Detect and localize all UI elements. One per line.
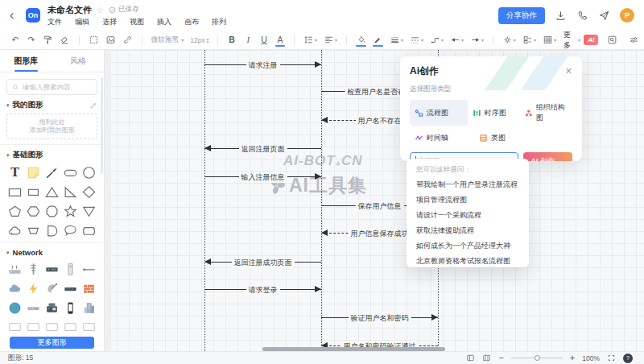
suggestion-item-5[interactable]: 北京教师资格考试报名流程图 bbox=[416, 254, 519, 269]
fullscreen-icon[interactable] bbox=[607, 354, 616, 362]
line-style-button[interactable]: ▾ bbox=[407, 33, 426, 47]
menu-item-2[interactable]: 选择 bbox=[102, 17, 117, 27]
shape-rounded-rectangle[interactable] bbox=[80, 221, 98, 239]
align-objects-button[interactable]: ▾ bbox=[520, 33, 539, 47]
shape-cloud[interactable] bbox=[6, 221, 23, 239]
underline-button[interactable]: U bbox=[257, 33, 271, 47]
clear-format-button[interactable] bbox=[57, 33, 72, 47]
shape-screen[interactable] bbox=[24, 318, 42, 336]
my-shapes-header[interactable]: ▾ 我的图形 bbox=[6, 100, 97, 110]
shape-text[interactable]: T bbox=[6, 163, 23, 181]
insert-link-button[interactable] bbox=[120, 33, 135, 47]
minimap-icon[interactable] bbox=[482, 354, 491, 362]
font-color-button[interactable]: A bbox=[273, 33, 287, 47]
download-icon[interactable] bbox=[555, 10, 567, 22]
fill-color-button[interactable] bbox=[353, 33, 369, 47]
search-input[interactable] bbox=[23, 83, 92, 91]
shape-right-triangle[interactable] bbox=[62, 183, 80, 201]
menu-item-3[interactable]: 视图 bbox=[130, 17, 144, 27]
shape-pentagon[interactable] bbox=[6, 202, 23, 220]
shape-rectangle[interactable] bbox=[6, 183, 23, 201]
sidebar-tab-1[interactable]: 风格 bbox=[52, 50, 105, 72]
format-painter-button[interactable] bbox=[40, 33, 56, 47]
shape-triangle[interactable] bbox=[43, 183, 60, 201]
shape-pen[interactable] bbox=[43, 163, 60, 181]
diagram-type-flowchart[interactable]: 流程图 bbox=[410, 100, 468, 126]
shape-cable[interactable] bbox=[80, 260, 98, 278]
shape-hexagon[interactable] bbox=[24, 202, 42, 220]
shape-switch-hub[interactable] bbox=[24, 299, 42, 316]
suggestion-item-2[interactable]: 请设计一个采购流程 bbox=[416, 208, 519, 223]
shape-rectangle-2[interactable] bbox=[24, 183, 42, 201]
zoom-level[interactable]: 100% bbox=[582, 354, 600, 362]
page-layout-icon[interactable] bbox=[466, 354, 475, 362]
shape-net-cloud[interactable] bbox=[6, 279, 23, 297]
favorite-star-icon[interactable]: ☆ bbox=[97, 6, 104, 14]
size-stepper-icon[interactable]: ▴▾ bbox=[207, 37, 209, 43]
line-color-button[interactable] bbox=[370, 33, 386, 47]
bold-button[interactable]: B bbox=[225, 33, 239, 47]
menu-item-4[interactable]: 插入 bbox=[157, 17, 171, 27]
sidebar-tab-0[interactable]: 图形库 bbox=[0, 50, 52, 72]
send-icon[interactable] bbox=[598, 10, 610, 22]
lifeline-0[interactable] bbox=[204, 50, 205, 351]
document-title[interactable]: 未命名文件 bbox=[47, 4, 92, 16]
menu-item-0[interactable]: 文件 bbox=[47, 17, 62, 27]
insert-table-button[interactable]: ▾ bbox=[540, 33, 559, 47]
shape-wireless-router[interactable] bbox=[6, 260, 23, 278]
edit-pencil-icon[interactable] bbox=[89, 101, 97, 110]
zoom-out-icon[interactable]: − bbox=[498, 354, 503, 362]
shape-mobile-phone[interactable] bbox=[62, 299, 80, 316]
shape-star[interactable] bbox=[62, 202, 80, 220]
phone-icon[interactable] bbox=[576, 10, 588, 22]
my-shapes-dropzone[interactable]: 拖到此处 添加到我的图形 bbox=[6, 114, 97, 139]
shape-speech-bubble[interactable] bbox=[62, 221, 80, 239]
shape-fax-machine[interactable] bbox=[43, 299, 60, 316]
shape-d-shape[interactable] bbox=[43, 221, 60, 239]
more-shapes-button[interactable]: 更多图形 bbox=[10, 337, 94, 349]
undo-button[interactable]: ↶ bbox=[8, 33, 23, 47]
ai-assistant-button[interactable]: AI bbox=[584, 35, 598, 45]
font-size-select[interactable]: 12px▴▾ bbox=[188, 35, 211, 46]
connector-style-button[interactable]: ▾ bbox=[427, 33, 446, 47]
shape-tower-server[interactable] bbox=[62, 260, 80, 278]
shape-rack-server[interactable] bbox=[43, 260, 60, 278]
shape-lightning-bolt[interactable] bbox=[24, 279, 42, 297]
redo-button[interactable]: ↷ bbox=[24, 33, 39, 47]
shape-patch-panel[interactable] bbox=[62, 279, 80, 297]
theme-button[interactable]: ▾ bbox=[500, 33, 518, 47]
shape-pill[interactable] bbox=[62, 163, 80, 181]
text-align-button[interactable]: ▾ bbox=[321, 33, 340, 47]
zoom-slider-handle[interactable] bbox=[535, 355, 540, 361]
diagram-type-timeline[interactable]: 时间轴 bbox=[410, 130, 474, 146]
find-button[interactable] bbox=[605, 33, 620, 47]
shape-diamond[interactable] bbox=[80, 183, 98, 201]
more-tools-button[interactable]: 更多▾ bbox=[560, 28, 584, 52]
line-height-button[interactable]: ▾ bbox=[301, 33, 320, 47]
shape-firewall[interactable] bbox=[80, 279, 98, 297]
suggestion-item-0[interactable]: 帮我绘制一个用户登录注册流程 bbox=[416, 177, 519, 192]
shape-screen[interactable] bbox=[43, 318, 60, 336]
shape-satellite-dish[interactable] bbox=[43, 279, 60, 297]
adjustment-button[interactable] bbox=[626, 33, 642, 47]
shape-antenna-mast[interactable] bbox=[24, 260, 42, 278]
shape-circle[interactable] bbox=[80, 163, 98, 181]
suggestion-item-3[interactable]: 获取法律援助流程 bbox=[416, 223, 519, 238]
arrow-start-button[interactable]: ▾ bbox=[448, 33, 466, 47]
shape-screen[interactable] bbox=[62, 318, 80, 336]
arrow-end-button[interactable]: ▾ bbox=[468, 33, 486, 47]
shape-sticky-note[interactable] bbox=[24, 163, 42, 181]
sidebar-scrollbar[interactable] bbox=[101, 77, 103, 174]
shape-octagon[interactable] bbox=[43, 202, 60, 220]
user-avatar[interactable]: P bbox=[620, 8, 634, 23]
ai-create-button[interactable]: AI 创作 → bbox=[523, 152, 572, 161]
shape-triangle-down[interactable] bbox=[80, 202, 98, 220]
diagram-type-sequence[interactable]: 时序图 bbox=[468, 100, 521, 126]
diagram-type-class-diagram[interactable]: 类图 bbox=[474, 130, 533, 146]
suggestion-item-1[interactable]: 项目管理流程图 bbox=[416, 192, 519, 208]
font-family-select[interactable]: 微软雅黑▾ bbox=[149, 34, 187, 47]
line-width-button[interactable]: ▾ bbox=[387, 33, 406, 47]
shape-screen[interactable] bbox=[6, 318, 23, 336]
insert-frame-button[interactable] bbox=[86, 33, 101, 47]
app-logo[interactable]: On bbox=[26, 8, 40, 23]
